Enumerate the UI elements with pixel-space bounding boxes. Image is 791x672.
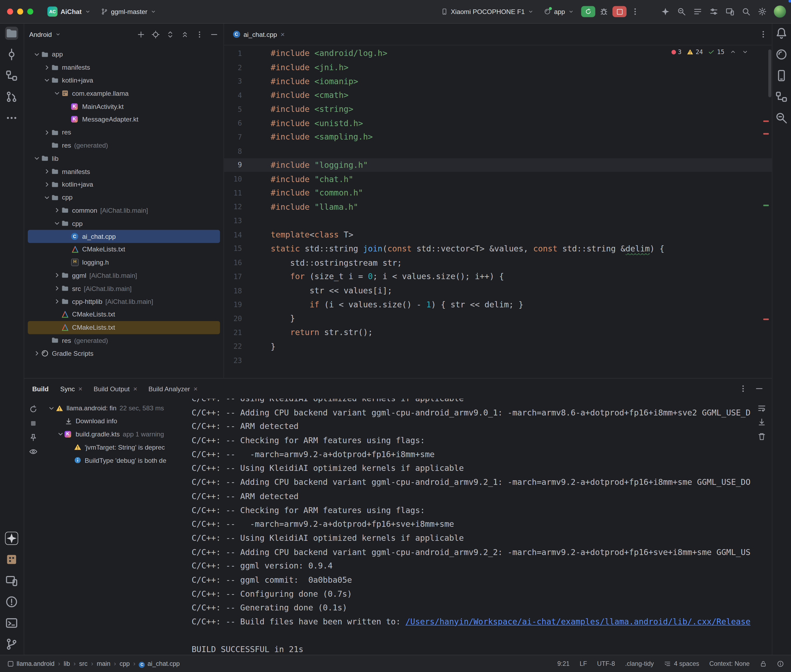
tree-row[interactable]: Hlogging.h: [28, 256, 220, 269]
tree-row[interactable]: ggml[AiChat.lib.main]: [28, 269, 220, 282]
code-line[interactable]: 6#include <unistd.h>: [224, 116, 772, 130]
code-line[interactable]: 2#include <jni.h>: [224, 60, 772, 74]
line-number[interactable]: 8: [224, 147, 242, 155]
stop-build-icon[interactable]: [29, 419, 38, 428]
locate-file-icon[interactable]: [151, 30, 160, 39]
tree-row[interactable]: cpp: [28, 191, 220, 204]
code-line[interactable]: 19 if (i < values.size() - 1) { str << d…: [224, 298, 772, 312]
tree-row[interactable]: KMainActivity.kt: [28, 100, 220, 113]
device-explorer-icon[interactable]: [775, 69, 788, 82]
chevron-right-icon[interactable]: [43, 128, 51, 136]
info-icon[interactable]: [777, 660, 784, 667]
chevron-right-icon[interactable]: [53, 285, 61, 293]
tree-row[interactable]: lib: [28, 152, 220, 165]
gemini-tool-icon[interactable]: [5, 532, 19, 545]
tree-row[interactable]: CMakeLists.txt: [28, 308, 220, 321]
line-number[interactable]: 17: [224, 273, 242, 281]
gradle-tool-icon[interactable]: [775, 48, 788, 61]
hide-build-panel-icon[interactable]: [755, 384, 764, 393]
line-number[interactable]: 20: [224, 314, 242, 322]
commit-tool-icon[interactable]: [5, 48, 19, 61]
panel-options-icon[interactable]: [195, 30, 204, 39]
settings-icon[interactable]: [757, 7, 767, 16]
close-tab-icon[interactable]: ×: [133, 385, 137, 392]
error-stripe-mark[interactable]: [763, 133, 769, 135]
more-tool-windows-icon[interactable]: [5, 111, 19, 125]
status-item--clang-tidy[interactable]: .clang-tidy: [625, 660, 654, 667]
breadcrumb-item[interactable]: main: [96, 660, 110, 667]
line-number[interactable]: 5: [224, 105, 242, 113]
tree-row[interactable]: Cai_chat.cpp: [28, 230, 220, 243]
running-devices-tool-icon[interactable]: [5, 574, 19, 587]
status-item-context-none[interactable]: Context: None: [709, 660, 750, 667]
notifications-icon[interactable]: [775, 27, 788, 40]
code-line[interactable]: 21 return str.str();: [224, 325, 772, 339]
chevron-down-icon[interactable]: [33, 50, 41, 58]
close-window-button[interactable]: [7, 9, 13, 14]
code-line[interactable]: 16 std::ostringstream str;: [224, 256, 772, 270]
dependencies-tool-icon[interactable]: [5, 553, 19, 566]
tree-row[interactable]: CMakeLists.txt: [28, 243, 220, 256]
line-number[interactable]: 18: [224, 286, 242, 295]
chevron-down-icon[interactable]: [55, 31, 61, 37]
chevron-down-icon[interactable]: [56, 430, 64, 438]
add-icon[interactable]: [136, 30, 145, 39]
tree-row[interactable]: kotlin+java: [28, 178, 220, 191]
code-editor[interactable]: 1#include <android/log.h>2#include <jni.…: [224, 45, 772, 378]
build-output-link[interactable]: /Users/hanyin/Workspace/ai-chat/examples…: [406, 617, 751, 627]
previous-issue-icon[interactable]: [729, 48, 736, 55]
line-number[interactable]: 12: [224, 203, 242, 211]
line-number[interactable]: 3: [224, 77, 242, 85]
tree-row[interactable]: res: [28, 126, 220, 139]
breadcrumb-item[interactable]: src: [79, 660, 87, 667]
problems-tool-icon[interactable]: [5, 595, 19, 608]
clear-console-icon[interactable]: [757, 432, 766, 441]
line-number[interactable]: 10: [224, 175, 242, 183]
chevron-right-icon[interactable]: [53, 271, 61, 279]
breadcrumb-item[interactable]: Cai_chat.cpp: [139, 660, 180, 668]
tree-row[interactable]: KMessageAdapter.kt: [28, 113, 220, 126]
line-number[interactable]: 23: [224, 356, 242, 364]
tree-row[interactable]: src[AiChat.lib.main]: [28, 282, 220, 295]
chevron-right-icon[interactable]: [53, 298, 61, 306]
device-selector[interactable]: Xiaomi POCOPHONE F1: [438, 6, 537, 17]
breadcrumb-item[interactable]: cpp: [119, 660, 130, 667]
vcs-stripe-mark[interactable]: [763, 205, 769, 206]
inspections-widget[interactable]: 3 24 15: [671, 48, 748, 55]
build-tab-build-output[interactable]: Build Output×: [88, 382, 143, 395]
tree-row[interactable]: CMakeLists.txt: [28, 321, 220, 334]
tree-row[interactable]: com.example.llama: [28, 87, 220, 100]
tree-row[interactable]: manifests: [28, 61, 220, 74]
next-issue-icon[interactable]: [741, 48, 748, 55]
scroll-to-end-icon[interactable]: [757, 418, 766, 427]
code-line[interactable]: 22}: [224, 339, 772, 354]
pin-icon[interactable]: [29, 433, 38, 442]
line-number[interactable]: 2: [224, 63, 242, 71]
build-console[interactable]: C/C++: -- Using KleidiAI optimized kerne…: [186, 399, 751, 655]
line-number[interactable]: 13: [224, 217, 242, 225]
line-number[interactable]: 1: [224, 49, 242, 57]
chevron-down-icon[interactable]: [43, 76, 51, 85]
status-item-9-21[interactable]: 9:21: [557, 660, 570, 667]
close-tab-icon[interactable]: ×: [194, 385, 197, 392]
status-item-utf-8[interactable]: UTF-8: [597, 660, 615, 667]
line-number[interactable]: 14: [224, 231, 242, 239]
code-line[interactable]: 17 for (size_t i = 0; i < values.size();…: [224, 270, 772, 284]
code-line[interactable]: 3#include <iomanip>: [224, 74, 772, 88]
user-avatar[interactable]: [774, 6, 786, 18]
structure-tool-icon[interactable]: [5, 69, 19, 82]
expand-all-icon[interactable]: [166, 30, 175, 39]
line-number[interactable]: 21: [224, 328, 242, 336]
line-number[interactable]: 6: [224, 119, 242, 127]
line-number[interactable]: 7: [224, 133, 242, 141]
code-line[interactable]: 11#include "common.h": [224, 186, 772, 200]
code-line[interactable]: 13: [224, 214, 772, 228]
status-item-4-spaces[interactable]: 4 spaces: [664, 660, 699, 667]
terminal-tool-icon[interactable]: [5, 616, 19, 629]
chevron-down-icon[interactable]: [53, 219, 61, 227]
readonly-lock-icon[interactable]: [760, 660, 767, 667]
layout-inspector-icon[interactable]: [775, 90, 788, 104]
error-stripe-mark[interactable]: [763, 120, 769, 122]
search-everywhere-icon[interactable]: [741, 7, 751, 16]
status-item-lf[interactable]: LF: [580, 660, 587, 667]
